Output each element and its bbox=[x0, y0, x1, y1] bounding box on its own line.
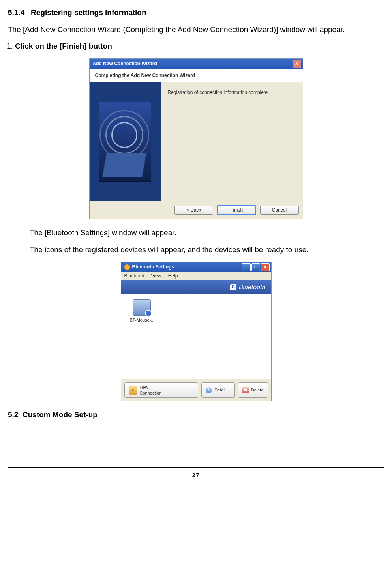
wizard-title: Add New Connection Wizard bbox=[93, 61, 293, 67]
finish-button[interactable]: Finish bbox=[217, 205, 256, 215]
delete-icon: ✖ bbox=[242, 387, 249, 393]
mouse-icon bbox=[133, 299, 151, 316]
section-number: 5.1.4 bbox=[8, 8, 24, 17]
bt-title: Bluetooth Settings bbox=[132, 264, 241, 270]
bt-title-icon bbox=[124, 264, 130, 270]
section-title: Registering settings information bbox=[31, 8, 146, 17]
intro-paragraph: The [Add New Connection Wizard (Completi… bbox=[8, 25, 384, 35]
bt-brand-text: Bluetooth bbox=[239, 283, 266, 292]
delete-button[interactable]: ✖ Delete bbox=[238, 382, 268, 398]
wizard-subtitle: Completing the Add New Connection Wizard bbox=[90, 69, 303, 82]
close-icon[interactable]: X bbox=[261, 263, 270, 271]
bt-toolbar: ✦ New Connection i Detail ... ✖ Delete bbox=[121, 379, 271, 401]
bt-brand-bar: B Bluetooth bbox=[121, 280, 271, 294]
bt-device-area: BT-Mouse-1 bbox=[121, 294, 271, 379]
step-1: Click on the [Finish] button bbox=[15, 41, 384, 51]
step-1-text: Click on the [Finish] button bbox=[15, 42, 112, 50]
back-button[interactable]: < Back bbox=[174, 206, 213, 215]
new-connection-icon: ✦ bbox=[129, 386, 137, 395]
after-paragraph-2: The icons of the registered devices will… bbox=[30, 245, 384, 255]
detail-label: Detail ... bbox=[214, 387, 230, 393]
new-sublabel: Connection bbox=[140, 391, 162, 395]
subsection-heading: 5.2 Custom Mode Set-up bbox=[8, 410, 384, 420]
footer-rule bbox=[8, 467, 384, 468]
wizard-footer: < Back Finish Cancel bbox=[90, 201, 303, 219]
wizard-dialog: Add New Connection Wizard X Completing t… bbox=[89, 58, 303, 219]
subsection-title: Custom Mode Set-up bbox=[23, 410, 98, 419]
minimize-icon[interactable]: _ bbox=[242, 263, 251, 271]
section-heading: 5.1.4 Registering settings information bbox=[8, 8, 384, 18]
bluetooth-logo-icon: B bbox=[230, 284, 236, 290]
bluetooth-settings-window: Bluetooth Settings _ □ X Bluetooth View … bbox=[121, 262, 272, 401]
menu-view[interactable]: View bbox=[151, 273, 161, 279]
close-icon[interactable]: X bbox=[293, 60, 301, 68]
maximize-icon[interactable]: □ bbox=[251, 263, 260, 271]
info-icon: i bbox=[206, 387, 212, 393]
cancel-button[interactable]: Cancel bbox=[260, 206, 299, 215]
new-connection-button[interactable]: ✦ New Connection bbox=[124, 382, 199, 398]
wizard-body-text: Registration of connection information c… bbox=[161, 82, 303, 201]
page-number: 27 bbox=[8, 472, 384, 479]
wizard-side-graphic bbox=[90, 82, 161, 201]
wizard-titlebar: Add New Connection Wizard X bbox=[90, 59, 303, 69]
menu-help[interactable]: Help bbox=[168, 273, 178, 279]
delete-label: Delete bbox=[251, 387, 264, 393]
bt-menu-bar: Bluetooth View Help bbox=[121, 272, 271, 281]
device-item[interactable]: BT-Mouse-1 bbox=[126, 299, 158, 323]
menu-bluetooth[interactable]: Bluetooth bbox=[124, 273, 144, 279]
after-paragraph-1: The [Bluetooth Settings] window will app… bbox=[30, 228, 384, 238]
subsection-number: 5.2 bbox=[8, 410, 18, 419]
detail-button[interactable]: i Detail ... bbox=[201, 382, 234, 398]
bt-titlebar: Bluetooth Settings _ □ X bbox=[121, 262, 271, 272]
device-label: BT-Mouse-1 bbox=[126, 317, 158, 323]
new-label: New bbox=[140, 385, 148, 390]
